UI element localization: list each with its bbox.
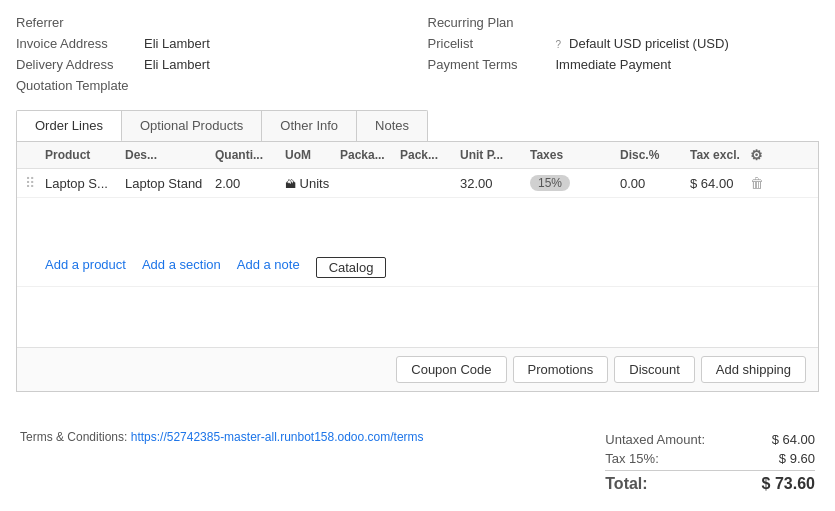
col-discount: Disc.% [616, 148, 686, 162]
untaxed-label: Untaxed Amount: [605, 432, 705, 447]
col-packaging: Packa... [336, 148, 396, 162]
table-body: ⠿ Laptop S... Laptop Stand 2.00 🏔 Units … [17, 169, 818, 249]
tax-value: $ 9.60 [745, 451, 815, 466]
tab-notes[interactable]: Notes [357, 111, 427, 142]
drag-handle[interactable]: ⠿ [21, 175, 41, 191]
cell-discount[interactable]: 0.00 [616, 176, 686, 191]
catalog-button[interactable]: Catalog [316, 257, 387, 278]
pricelist-value: Default USD pricelist (USD) [569, 36, 729, 51]
add-note-link[interactable]: Add a note [237, 257, 300, 278]
cell-uom[interactable]: 🏔 Units [281, 176, 336, 191]
pricelist-label: Pricelist [428, 36, 548, 51]
total-label: Total: [605, 475, 647, 493]
add-links-row: Add a product Add a section Add a note C… [17, 249, 818, 287]
empty-space [17, 287, 818, 347]
total-row: Total: $ 73.60 [605, 470, 815, 495]
untaxed-value: $ 64.00 [745, 432, 815, 447]
cell-tax-excl: $ 64.00 [686, 176, 746, 191]
payment-terms-value: Immediate Payment [556, 57, 672, 72]
total-value: $ 73.60 [745, 475, 815, 493]
table-header: Product Des... Quanti... UoM Packa... Pa… [17, 142, 818, 169]
tab-order-lines[interactable]: Order Lines [17, 111, 122, 142]
coupon-code-button[interactable]: Coupon Code [396, 356, 506, 383]
col-description: Des... [121, 148, 211, 162]
delivery-address-value: Eli Lambert [144, 57, 210, 72]
delete-row-button[interactable]: 🗑 [746, 175, 776, 191]
tabs-bar: Order Lines Optional Products Other Info… [16, 110, 428, 142]
bottom-section: Terms & Conditions: https://52742385-mas… [16, 420, 819, 499]
add-product-link[interactable]: Add a product [45, 257, 126, 278]
tax-badge: 15% [530, 175, 570, 191]
actions-row: Coupon Code Promotions Discount Add ship… [17, 347, 818, 391]
terms-label: Terms & Conditions: [20, 430, 127, 444]
invoice-address-label: Invoice Address [16, 36, 136, 51]
add-shipping-button[interactable]: Add shipping [701, 356, 806, 383]
quotation-template-label: Quotation Template [16, 78, 136, 93]
tab-optional-products[interactable]: Optional Products [122, 111, 262, 142]
col-taxes: Taxes [526, 148, 616, 162]
col-uom: UoM [281, 148, 336, 162]
add-section-link[interactable]: Add a section [142, 257, 221, 278]
recurring-plan-label: Recurring Plan [428, 15, 548, 30]
discount-button[interactable]: Discount [614, 356, 695, 383]
delivery-address-label: Delivery Address [16, 57, 136, 72]
untaxed-row: Untaxed Amount: $ 64.00 [605, 430, 815, 449]
col-quantity: Quanti... [211, 148, 281, 162]
col-unit-price: Unit P... [456, 148, 526, 162]
promotions-button[interactable]: Promotions [513, 356, 609, 383]
tab-other-info[interactable]: Other Info [262, 111, 357, 142]
tax-label: Tax 15%: [605, 451, 658, 466]
col-tax-excl: Tax excl. [686, 148, 746, 162]
cell-description: Laptop Stand [121, 176, 211, 191]
payment-terms-label: Payment Terms [428, 57, 548, 72]
cell-taxes[interactable]: 15% [526, 175, 616, 191]
terms-link[interactable]: https://52742385-master-all.runbot158.od… [131, 430, 424, 444]
invoice-address-value: Eli Lambert [144, 36, 210, 51]
pricelist-help-icon: ? [556, 39, 562, 50]
tab-content: Product Des... Quanti... UoM Packa... Pa… [16, 141, 819, 392]
cell-unit-price[interactable]: 32.00 [456, 176, 526, 191]
table-row: ⠿ Laptop S... Laptop Stand 2.00 🏔 Units … [17, 169, 818, 198]
cell-product[interactable]: Laptop S... [41, 176, 121, 191]
tax-row: Tax 15%: $ 9.60 [605, 449, 815, 468]
col-product: Product [41, 148, 121, 162]
col-pack2: Pack... [396, 148, 456, 162]
referrer-label: Referrer [16, 15, 136, 30]
uom-icon: 🏔 [285, 178, 296, 190]
terms-section: Terms & Conditions: https://52742385-mas… [20, 430, 424, 444]
col-settings-icon[interactable]: ⚙ [746, 147, 776, 163]
totals-section: Untaxed Amount: $ 64.00 Tax 15%: $ 9.60 … [605, 430, 815, 495]
cell-quantity[interactable]: 2.00 [211, 176, 281, 191]
